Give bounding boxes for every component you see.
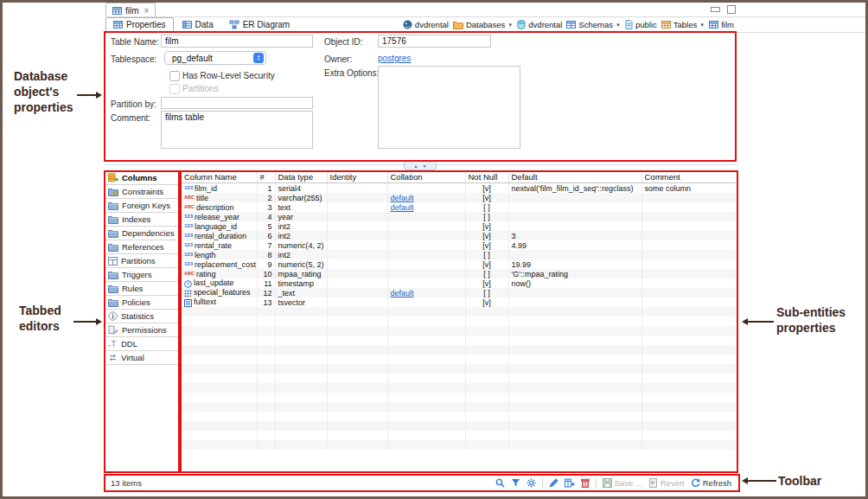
cell-column-name[interactable]: special_features: [182, 288, 257, 297]
cell-default[interactable]: [508, 212, 641, 221]
cell-data-type[interactable]: int2: [275, 231, 327, 240]
collation-default-link[interactable]: default: [391, 289, 414, 297]
tab-properties[interactable]: Properties: [105, 17, 174, 33]
revert-button[interactable]: Revert: [648, 478, 685, 488]
edit-button[interactable]: [549, 478, 558, 488]
cell-collation[interactable]: [387, 278, 465, 288]
breadcrumb-databases[interactable]: Databases▼: [453, 20, 513, 29]
cell-collation[interactable]: default: [387, 193, 465, 202]
cell-data-type[interactable]: varchar(255): [275, 193, 327, 202]
cell-comment[interactable]: [641, 259, 736, 269]
cell-column-name[interactable]: last_update: [182, 278, 257, 288]
cell-default[interactable]: 4.99: [508, 240, 641, 250]
cell-collation[interactable]: default: [387, 202, 465, 212]
cell-default[interactable]: now(): [508, 278, 641, 288]
cell-data-type[interactable]: mpaa_rating: [275, 269, 327, 278]
cell-comment[interactable]: [641, 269, 736, 278]
refresh-button[interactable]: Refresh: [691, 478, 731, 488]
sidebar-item-foreign-keys[interactable]: Foreign Keys: [105, 199, 178, 213]
sidebar-item-indexes[interactable]: Indexes: [105, 213, 178, 227]
sidebar-item-rules[interactable]: Rules: [105, 282, 178, 296]
table-row[interactable]: fulltext13tsvector[v]: [182, 297, 736, 307]
sidebar-item-permissions[interactable]: Permissions: [105, 323, 178, 337]
cell-identity[interactable]: [327, 297, 387, 307]
cell-collation[interactable]: [387, 297, 465, 307]
column-header-not-null[interactable]: Not Null: [465, 171, 508, 183]
cell-data-type[interactable]: timestamp: [275, 278, 327, 288]
column-header-identity[interactable]: Identity: [327, 171, 387, 183]
column-header-comment[interactable]: Comment: [641, 171, 736, 183]
chevron-down-icon[interactable]: ▼: [616, 22, 621, 28]
tab-data[interactable]: Data: [176, 18, 220, 32]
partition-by-input[interactable]: [161, 97, 313, 109]
cell-data-type[interactable]: year: [275, 212, 327, 221]
cell-identity[interactable]: [327, 278, 387, 288]
cell-not-null[interactable]: [ ]: [465, 288, 508, 297]
partitions-checkbox[interactable]: [169, 84, 180, 94]
delete-button[interactable]: [581, 478, 590, 488]
cell-collation[interactable]: default: [387, 288, 465, 297]
table-row[interactable]: special_features12_textdefault[ ]: [182, 288, 736, 297]
cell-identity[interactable]: [327, 212, 387, 221]
sidebar-item-ddl[interactable]: TDDL: [105, 337, 178, 351]
cell-collation[interactable]: [387, 221, 465, 231]
cell-column-name[interactable]: fulltext: [182, 297, 257, 307]
close-icon[interactable]: ×: [144, 6, 150, 16]
cell-collation[interactable]: [387, 250, 465, 259]
tab-er-diagram[interactable]: ER Diagram: [222, 18, 297, 32]
cell-column-name[interactable]: ABCtitle: [182, 193, 257, 202]
column-header-default[interactable]: Default: [508, 171, 641, 183]
cell-identity[interactable]: [327, 288, 387, 297]
cell-column-name[interactable]: 123length: [182, 250, 257, 259]
cell-comment[interactable]: [641, 278, 736, 288]
cell-collation[interactable]: [387, 183, 465, 194]
cell-not-null[interactable]: [v]: [465, 259, 508, 269]
cell-identity[interactable]: [327, 193, 387, 202]
cell-comment[interactable]: [641, 212, 736, 221]
add-column-button[interactable]: [565, 478, 575, 488]
cell-default[interactable]: 'G'::mpaa_rating: [508, 269, 641, 278]
owner-link[interactable]: postgres: [378, 54, 411, 63]
cell-default[interactable]: [508, 193, 641, 202]
editor-tab-film[interactable]: film ×: [105, 3, 156, 17]
cell-column-name[interactable]: ABCrating: [182, 269, 257, 278]
cell-identity[interactable]: [327, 259, 387, 269]
cell-default[interactable]: [508, 250, 641, 259]
table-row[interactable]: 123replacement_cost9numeric(5, 2)[v]19.9…: [182, 259, 736, 269]
splitter-collapse-control[interactable]: ▲▼: [404, 161, 437, 170]
cell-not-null[interactable]: [ ]: [465, 250, 508, 259]
cell-default[interactable]: [508, 202, 641, 212]
cell-column-name[interactable]: 123replacement_cost: [182, 259, 257, 269]
sidebar-item-constraints[interactable]: Constraints: [105, 185, 178, 199]
cell-comment[interactable]: [641, 221, 736, 231]
cell-not-null[interactable]: [v]: [465, 278, 508, 288]
cell-column-name[interactable]: 123film_id: [182, 183, 257, 194]
sidebar-item-dependencies[interactable]: Dependencies: [105, 227, 178, 240]
cell-not-null[interactable]: [v]: [465, 193, 508, 202]
cell-column-name[interactable]: ABCdescription: [182, 202, 257, 212]
sidebar-item-policies[interactable]: Policies: [105, 296, 178, 310]
table-row[interactable]: 123rental_rate7numeric(4, 2)[v]4.99: [182, 240, 736, 250]
collation-default-link[interactable]: default: [391, 194, 414, 202]
table-row[interactable]: 123rental_duration6int2[v]3: [182, 231, 736, 240]
cell-data-type[interactable]: tsvector: [275, 297, 327, 307]
sidebar-item-virtual[interactable]: Virtual: [105, 351, 178, 365]
cell-not-null[interactable]: [v]: [465, 221, 508, 231]
cell-default[interactable]: 19.99: [508, 259, 641, 269]
cell-identity[interactable]: [327, 240, 387, 250]
cell-comment[interactable]: [641, 250, 736, 259]
table-name-input[interactable]: [161, 35, 313, 48]
breadcrumb-dvdrental[interactable]: dvdrental: [517, 20, 562, 29]
cell-data-type[interactable]: _text: [275, 288, 327, 297]
cell-comment[interactable]: [641, 288, 736, 297]
cell-default[interactable]: 3: [508, 231, 641, 240]
cell-collation[interactable]: [387, 231, 465, 240]
cell-column-name[interactable]: 123release_year: [182, 212, 257, 221]
chevron-down-icon[interactable]: ▼: [507, 22, 513, 28]
save-button[interactable]: Save ...: [603, 478, 642, 488]
comment-textarea[interactable]: films table: [161, 111, 313, 149]
column-header-column-name[interactable]: Column Name: [182, 171, 257, 183]
cell-identity[interactable]: [327, 250, 387, 259]
cell-comment[interactable]: [641, 231, 736, 240]
breadcrumb-dvdrental[interactable]: dvdrental: [403, 20, 449, 29]
